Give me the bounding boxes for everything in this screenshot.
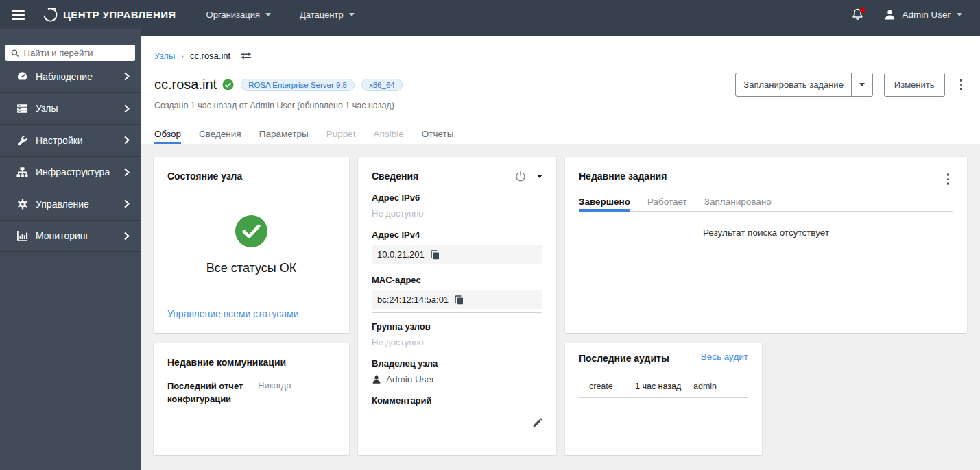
jobs-kebab-menu[interactable] — [943, 171, 954, 188]
os-badge: ROSA Enterprise Server 9.5 — [241, 79, 355, 91]
user-icon — [372, 375, 381, 384]
details-dropdown-icon[interactable] — [537, 175, 542, 178]
top-navbar: ЦЕНТР УПРАВЛЕНИЯ Организация Датацентр — [0, 0, 980, 36]
sidebar-item-label: Наблюдение — [36, 71, 93, 82]
status-text: Все статусы ОК — [206, 261, 296, 275]
recent-audits-card: Последние аудиты Весь аудит create 1 час… — [565, 343, 762, 455]
host-status-card: Состояние узла Все статусы ОК Управление… — [154, 157, 349, 333]
breadcrumb: Узлы › cc.rosa.int — [154, 36, 966, 61]
sidebar-item-label: Инфраструктура — [36, 166, 110, 177]
notifications-button[interactable] — [852, 8, 863, 21]
host-subtitle: Создано 1 час назад от Admin User (обнов… — [154, 101, 966, 110]
sidebar-item-hosts[interactable]: Узлы — [0, 93, 141, 125]
card-title: Состояние узла — [167, 171, 335, 182]
tab-ansible[interactable]: Ansible — [373, 129, 403, 144]
divider — [372, 312, 542, 313]
breadcrumb-current: cc.rosa.int — [190, 51, 230, 61]
search-icon — [11, 49, 19, 58]
sidebar-item-infrastructure[interactable]: Инфраструктура — [0, 157, 141, 189]
mac-value: bc:24:12:14:5a:01 — [372, 290, 542, 309]
card-title: Сведения — [372, 171, 418, 182]
chevron-down-icon — [265, 13, 271, 16]
details-card: Сведения Адрес IPv6 Не доступно Адрес IP… — [358, 157, 556, 455]
manage-statuses-link[interactable]: Управление всеми статусами — [167, 308, 335, 319]
wrench-icon — [17, 135, 28, 146]
sitemap-icon — [16, 166, 28, 178]
last-report-label: Последний отчет конфигурации — [167, 380, 248, 406]
card-title: Последние аудиты — [579, 353, 669, 364]
jobs-tab-running[interactable]: Работает — [647, 197, 687, 211]
chevron-right-icon — [123, 104, 130, 113]
field-comment: Комментарий — [372, 395, 542, 428]
user-icon — [884, 9, 896, 21]
copy-icon[interactable] — [455, 295, 464, 305]
chevron-right-icon — [123, 168, 130, 177]
server-icon — [16, 103, 28, 114]
sidebar-item-label: Управление — [36, 199, 89, 210]
tab-parameters[interactable]: Параметры — [259, 129, 309, 144]
field-owner: Владелец узла Admin User — [372, 358, 542, 384]
tab-reports[interactable]: Отчеты — [422, 129, 454, 144]
recent-communications-card: Недавние коммуникации Последний отчет ко… — [154, 343, 349, 455]
host-tabs: Обзор Сведения Параметры Puppet Ansible … — [154, 129, 966, 144]
tachometer-icon — [16, 71, 28, 82]
main-content: Узлы › cc.rosa.int cc.rosa.int ROSA Ente… — [141, 36, 980, 470]
sidebar-item-label: Узлы — [36, 103, 58, 114]
breadcrumb-hosts-link[interactable]: Узлы — [154, 51, 175, 61]
search-input[interactable] — [24, 48, 130, 58]
chevron-right-icon — [123, 72, 130, 81]
gear-icon — [17, 199, 28, 210]
datacenter-menu[interactable]: Датацентр — [300, 10, 355, 20]
user-menu[interactable]: Admin User — [884, 9, 962, 21]
page-header: Узлы › cc.rosa.int cc.rosa.int ROSA Ente… — [141, 36, 980, 144]
audit-row[interactable]: create 1 час назад admin — [579, 382, 748, 398]
tab-puppet[interactable]: Puppet — [326, 129, 356, 144]
chevron-down-icon — [859, 83, 865, 86]
sidebar-item-administer[interactable]: Управление — [0, 188, 141, 221]
org-menu[interactable]: Организация — [206, 10, 271, 20]
sidebar: Наблюдение Узлы Настройки Инфраструктура… — [0, 29, 141, 470]
breadcrumb-separator: › — [181, 52, 184, 60]
sidebar-search[interactable] — [5, 45, 135, 61]
notification-badge — [860, 8, 865, 13]
sidebar-item-monitor[interactable]: Наблюдение — [0, 61, 141, 93]
copy-icon[interactable] — [431, 250, 440, 260]
brand-name: ЦЕНТР УПРАВЛЕНИЯ — [63, 9, 176, 21]
hamburger-menu-icon[interactable] — [12, 10, 25, 20]
field-ipv4: Адрес IPv4 10.0.21.201 — [372, 230, 542, 264]
schedule-job-dropdown[interactable] — [851, 73, 872, 96]
status-ok-icon — [222, 79, 234, 90]
edit-comment-icon[interactable] — [532, 418, 542, 428]
all-ok-check-icon — [235, 215, 267, 247]
owner-name: Admin User — [386, 374, 435, 384]
recent-jobs-card: Недавние задания Завершено Работает Запл… — [565, 157, 967, 333]
all-audits-link[interactable]: Весь аудит — [701, 351, 748, 362]
card-title: Недавние задания — [579, 171, 667, 182]
field-hostgroup: Группа узлов Не доступно — [372, 321, 542, 347]
chevron-down-icon — [349, 13, 355, 16]
chart-icon — [16, 230, 28, 242]
jobs-tab-finished[interactable]: Завершено — [579, 197, 630, 211]
user-name: Admin User — [902, 10, 951, 20]
tab-details[interactable]: Сведения — [199, 129, 241, 144]
last-report-value: Никогда — [258, 380, 291, 406]
jobs-tab-scheduled[interactable]: Запланировано — [704, 197, 772, 211]
jobs-empty-text: Результат поиска отсутствует — [579, 227, 953, 238]
power-icon[interactable] — [515, 171, 526, 182]
chevron-right-icon — [123, 199, 130, 208]
overview-content: Состояние узла Все статусы ОК Управление… — [141, 144, 980, 468]
arch-badge: x86_64 — [361, 79, 403, 91]
header-kebab-menu[interactable] — [956, 76, 967, 93]
edit-button[interactable]: Изменить — [884, 73, 945, 97]
page-title: cc.rosa.int — [154, 77, 217, 92]
sidebar-item-label: Настройки — [36, 135, 83, 146]
sidebar-item-settings[interactable]: Настройки — [0, 125, 141, 157]
sidebar-item-monitoring[interactable]: Мониторинг — [0, 221, 141, 253]
chevron-right-icon — [123, 232, 130, 240]
switch-host-icon[interactable] — [241, 51, 252, 60]
card-title: Недавние коммуникации — [167, 357, 335, 368]
ipv4-value: 10.0.21.201 — [372, 245, 542, 264]
chevron-right-icon — [123, 136, 130, 145]
schedule-job-button[interactable]: Запланировать задание — [735, 73, 873, 97]
tab-overview[interactable]: Обзор — [154, 129, 181, 144]
